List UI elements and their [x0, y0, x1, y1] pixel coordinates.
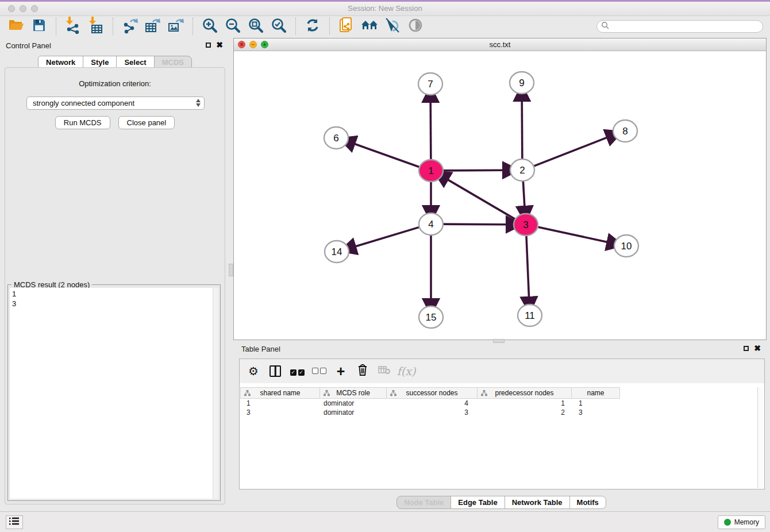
edge-3-1[interactable] [447, 179, 515, 219]
edge-1-7[interactable] [430, 101, 431, 159]
zoom-out-button[interactable] [221, 17, 244, 36]
node-3[interactable]: 3 [514, 214, 538, 236]
eye-icon [408, 18, 423, 35]
column-header-shared-name[interactable]: shared name [240, 387, 320, 399]
table-row[interactable]: 3dominator323 [240, 408, 757, 417]
delete-table-button[interactable] [376, 363, 392, 379]
clone-network-button[interactable] [335, 17, 358, 36]
zoom-selected-button[interactable] [267, 17, 290, 36]
column-header-successor-nodes[interactable]: successor nodes [387, 387, 478, 399]
table-settings-button[interactable]: ⚙ [245, 363, 261, 379]
cell-shared-name[interactable]: 3 [240, 408, 320, 417]
network-maximize-button[interactable]: + [261, 41, 268, 48]
show-details-button[interactable] [404, 17, 427, 36]
edge-1-6[interactable] [353, 144, 419, 167]
minimize-window-button[interactable] [20, 5, 26, 12]
table-tab-edge-table[interactable]: Edge Table [451, 496, 505, 509]
node-11[interactable]: 11 [518, 304, 542, 326]
close-window-button[interactable] [8, 5, 15, 12]
search-box[interactable] [596, 20, 763, 33]
float-panel-icon[interactable] [206, 43, 211, 48]
column-header-predecessor-nodes[interactable]: predecessor nodes [478, 387, 572, 399]
column-header-name[interactable]: name [572, 387, 620, 399]
cell-name[interactable]: 3 [572, 408, 620, 417]
node-8[interactable]: 8 [613, 120, 637, 142]
table-tab-motifs[interactable]: Motifs [569, 496, 606, 509]
network-window-titlebar[interactable]: × − + scc.txt [234, 38, 766, 51]
node-15[interactable]: 15 [419, 306, 443, 328]
table-tab-node-table[interactable]: Node Table [396, 496, 451, 509]
table-scrollbar[interactable] [757, 387, 764, 488]
node-7[interactable]: 7 [418, 73, 442, 95]
save-session-button[interactable] [28, 17, 51, 36]
task-history-button[interactable] [6, 515, 23, 529]
network-close-button[interactable]: × [238, 41, 245, 48]
network-minimize-button[interactable]: − [249, 41, 257, 48]
node-6[interactable]: 6 [324, 127, 348, 149]
houses-button[interactable] [358, 17, 381, 36]
function-builder-button[interactable]: f(x) [398, 363, 414, 379]
node-9[interactable]: 9 [510, 72, 534, 94]
close-panel-button[interactable]: Close panel [118, 116, 175, 129]
node-14[interactable]: 14 [325, 241, 349, 263]
export-image-button[interactable] [164, 17, 187, 36]
cell-predecessor-nodes[interactable]: 2 [478, 408, 572, 417]
edge-1-2[interactable] [444, 170, 504, 171]
column-header-MCDS-role[interactable]: MCDS role [320, 387, 387, 399]
maximize-window-button[interactable] [31, 5, 38, 12]
network-graph[interactable]: 7968124314101511 [234, 51, 766, 340]
vertical-splitter-handle[interactable] [229, 264, 233, 276]
memory-status-icon [724, 519, 731, 526]
node-table: ⚙ ✓✓ + f(x) shared nameMCDS rolesuccesso… [239, 358, 765, 489]
node-4[interactable]: 4 [419, 213, 443, 235]
edge-3-10[interactable] [538, 227, 609, 242]
edge-2-3[interactable] [523, 182, 525, 207]
hide-graphics-button[interactable] [381, 17, 404, 36]
edge-4-14[interactable] [355, 228, 419, 247]
float-table-panel-icon[interactable] [744, 346, 749, 351]
cell-shared-name[interactable]: 1 [240, 399, 320, 408]
refresh-button[interactable] [301, 17, 324, 36]
cell-name[interactable]: 1 [572, 399, 620, 408]
svg-text:4: 4 [428, 219, 433, 230]
network-canvas[interactable]: 7968124314101511 [234, 51, 766, 340]
edge-3-11[interactable] [526, 236, 529, 298]
edge-2-9[interactable] [522, 100, 522, 159]
close-table-panel-icon[interactable]: ✖ [754, 346, 761, 351]
show-columns-button[interactable] [267, 363, 283, 379]
table-row[interactable]: 1dominator411 [240, 399, 757, 408]
zoom-fit-button[interactable] [244, 17, 267, 36]
node-10[interactable]: 10 [614, 235, 638, 257]
table-tab-network-table[interactable]: Network Table [505, 496, 570, 509]
deselect-all-button[interactable] [311, 363, 327, 379]
open-session-button[interactable] [5, 17, 28, 36]
column-type-icon [390, 390, 396, 398]
node-1[interactable]: 1 [419, 160, 443, 182]
cell-successor-nodes[interactable]: 3 [387, 408, 478, 417]
edge-4-3[interactable] [444, 224, 507, 225]
import-table-button[interactable] [84, 17, 107, 36]
cell-MCDS-role[interactable]: dominator [320, 399, 387, 408]
criterion-dropdown[interactable]: strongly connected component [26, 97, 205, 110]
import-network-button[interactable] [61, 17, 84, 36]
close-panel-icon[interactable]: ✖ [216, 43, 223, 48]
cell-MCDS-role[interactable]: dominator [320, 408, 387, 417]
run-mcds-button[interactable]: Run MCDS [55, 116, 110, 129]
search-input[interactable] [609, 22, 763, 30]
mcds-panel: Optimization criterion: strongly connect… [5, 67, 225, 504]
mcds-result-text[interactable]: 13 [10, 288, 213, 499]
select-all-button[interactable]: ✓✓ [289, 363, 305, 379]
node-2[interactable]: 2 [510, 159, 534, 181]
result-scrollbar[interactable] [213, 288, 218, 499]
edge-2-8[interactable] [534, 137, 609, 166]
application-window: Session: New Session [0, 0, 770, 532]
zoom-in-button[interactable] [198, 17, 221, 36]
select-all-icon: ✓✓ [290, 366, 305, 376]
cell-predecessor-nodes[interactable]: 1 [478, 399, 572, 408]
cell-successor-nodes[interactable]: 4 [387, 399, 478, 408]
export-table-button[interactable] [141, 17, 164, 36]
delete-column-button[interactable] [355, 363, 371, 379]
add-column-button[interactable]: + [333, 363, 349, 379]
memory-button[interactable]: Memory [718, 515, 765, 529]
export-network-button[interactable] [118, 17, 141, 36]
